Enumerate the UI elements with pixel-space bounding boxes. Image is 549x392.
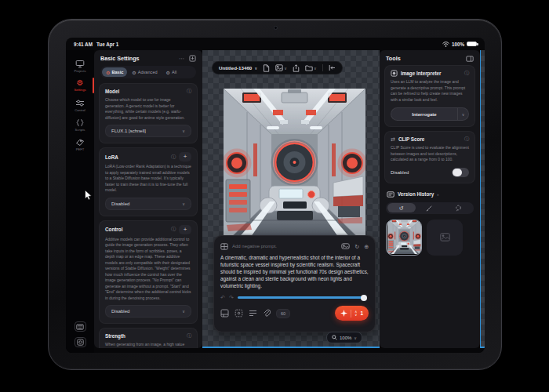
chevron-down-icon: ∨ [354, 314, 357, 317]
project-title-menu[interactable]: Untitled-13460 ∨ [219, 65, 257, 71]
image-interpreter-section: Image Interpreter ⓘ Uses an LLM to analy… [384, 65, 475, 127]
toggle-label: Disabled [391, 170, 452, 175]
info-icon[interactable]: ⓘ [464, 136, 469, 143]
selection-icon[interactable] [235, 309, 243, 318]
generate-button[interactable]: ∧ ∨ 1 [335, 306, 369, 321]
photo-library-icon[interactable] [341, 243, 350, 249]
new-document-button[interactable] [263, 64, 270, 72]
keyboard-button[interactable] [75, 321, 86, 332]
prompt-slider-row: ↶ ↷ [220, 293, 369, 301]
prompt-history-icon[interactable]: ↻ [354, 244, 359, 249]
prompt-card: Add negative prompt. ↻ ⊕ A cinematic, [213, 235, 376, 332]
tab-all[interactable]: ⚙ All [162, 67, 181, 77]
tab-label: Advanced [138, 70, 158, 74]
tag-icon [75, 138, 85, 147]
steps-badge[interactable]: 60 [276, 309, 290, 318]
info-icon[interactable]: ⓘ [171, 154, 176, 161]
version-history-icon [387, 191, 394, 198]
sidebar-item-peft[interactable]: PEFT [66, 135, 94, 154]
negative-prompt-toggle-icon[interactable] [220, 243, 228, 250]
info-icon[interactable]: ⓘ [464, 70, 469, 77]
interrogate-button[interactable]: Interrogate ∨ [391, 107, 469, 121]
status-bar: 9:41 AM Tue Apr 1 100% [66, 38, 485, 50]
tab-basic[interactable]: ⚙ Basic [102, 67, 127, 77]
sidebar-label: Settings [74, 88, 85, 92]
generated-image [224, 89, 365, 245]
sidebar-label: Scripts [75, 128, 85, 132]
slider-thumb[interactable] [361, 295, 367, 301]
zoom-control[interactable]: 100% ∨ [326, 332, 362, 343]
share-button[interactable] [293, 64, 300, 72]
version-history-header[interactable]: Version History › [380, 187, 480, 198]
model-dropdown[interactable]: FLUX.1 [schnell] ∨ [105, 125, 191, 137]
button-divider [351, 310, 351, 318]
restore-icon: ↺ [399, 205, 404, 211]
undo-icon[interactable]: ↶ [220, 295, 225, 300]
collapse-sidebar-icon[interactable] [329, 64, 336, 71]
info-icon[interactable]: ⓘ [187, 332, 191, 339]
section-title: Model [105, 89, 184, 94]
tab-advanced[interactable]: ⚙ Advanced [128, 67, 161, 77]
sidebar-item-projects[interactable]: Projects [66, 56, 94, 75]
queue-icon[interactable] [249, 310, 257, 317]
sliders-icon [75, 99, 85, 107]
language-icon[interactable]: ⊕ [364, 244, 369, 249]
add-lora-button[interactable]: + [179, 152, 191, 162]
widgets-button[interactable] [75, 337, 86, 347]
strength-section: Strength ⓘ When generating from an image… [99, 328, 198, 348]
clip-score-icon: ⇄ [391, 136, 395, 142]
negative-prompt-input[interactable]: Add negative prompt. [232, 244, 337, 249]
canvas-scroll-indicator [202, 347, 380, 348]
project-folder-button[interactable]: ∨ [305, 64, 317, 71]
version-thumbnail-empty[interactable] [427, 220, 463, 256]
settings-tab-bar: ⚙ Basic ⚙ Advanced ⚙ All [100, 66, 196, 78]
panel-layout-icon[interactable] [466, 56, 474, 62]
sidebar-item-control[interactable]: Control [66, 96, 94, 114]
lora-dropdown[interactable]: Disabled ∨ [105, 198, 191, 210]
import-image-button[interactable]: ∨ [275, 64, 287, 71]
sidebar-label: PEFT [76, 147, 85, 151]
chevron-down-icon[interactable]: ∨ [457, 108, 468, 120]
attachment-icon[interactable] [263, 309, 271, 318]
guidance-slider[interactable] [238, 296, 366, 299]
control-dropdown[interactable]: Disabled ∨ [105, 305, 191, 318]
gear-icon: ⚙ [166, 70, 170, 75]
canvas-area[interactable]: Untitled-13460 ∨ ∨ [202, 50, 380, 348]
chevron-down-icon: ∨ [182, 201, 185, 206]
info-icon[interactable]: ⓘ [187, 88, 191, 95]
lasso-tab[interactable] [444, 203, 472, 212]
gear-icon: ⚙ [132, 70, 136, 75]
history-tab[interactable]: ↺ [387, 203, 416, 212]
settings-panel: Basic Settings ⋯ ⚙ Basic ⚙ [94, 50, 202, 348]
dropdown-value: Disabled [111, 201, 129, 206]
canvas-size-icon[interactable] [220, 309, 229, 318]
clip-score-toggle[interactable] [452, 168, 469, 177]
sidebar-label: Control [75, 108, 85, 112]
section-title: LoRA [105, 154, 168, 160]
app-window: Projects ⚙ Settings Control [66, 50, 485, 353]
image-interpreter-icon [391, 70, 398, 77]
mouse-cursor [85, 190, 93, 201]
dropdown-value: FLUX.1 [schnell] [111, 129, 146, 133]
gear-icon: ⚙ [77, 79, 84, 87]
batch-stepper[interactable]: ∧ ∨ [354, 310, 357, 316]
sidebar-item-scripts[interactable]: Scripts [66, 115, 94, 134]
chevron-down-icon: ∨ [284, 66, 287, 71]
section-description: Choose which model to use for image gene… [105, 97, 191, 121]
model-section: Model ⓘ Choose which model to use for im… [99, 83, 198, 143]
tab-label: Basic [111, 70, 123, 74]
version-thumbnail-selected[interactable] [386, 220, 422, 256]
save-settings-icon[interactable] [189, 55, 196, 62]
redo-icon[interactable]: ↷ [229, 295, 234, 300]
app-screen: 9:41 AM Tue Apr 1 100% [66, 38, 485, 353]
screenshot-stage: 9:41 AM Tue Apr 1 100% [0, 0, 549, 392]
canvas-toolbar: Untitled-13460 ∨ ∨ [212, 61, 343, 74]
add-control-button[interactable]: + [179, 225, 191, 234]
info-icon[interactable]: ⓘ [171, 226, 176, 233]
prompt-text-input[interactable]: A cinematic, dramatic and hyperrealistic… [220, 254, 369, 289]
toolbar-divider [322, 64, 323, 71]
edits-tab[interactable] [416, 203, 444, 212]
sidebar-item-settings[interactable]: ⚙ Settings [66, 76, 94, 95]
chevron-down-icon: ∨ [354, 336, 357, 340]
more-options-icon[interactable]: ⋯ [179, 56, 184, 62]
